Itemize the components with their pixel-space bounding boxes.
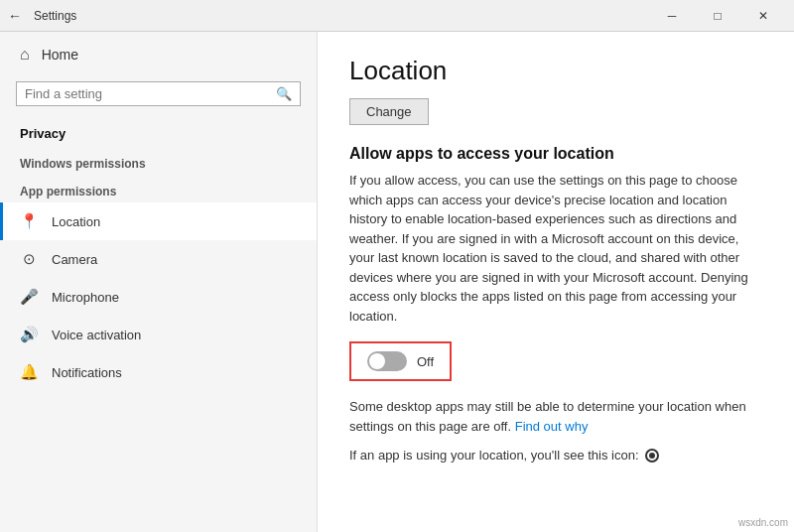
footer-icon-text: If an app is using your location, you'll…	[349, 448, 762, 463]
sidebar-item-microphone-label: Microphone	[52, 290, 119, 305]
location-icon: 📍	[20, 212, 38, 230]
page-title: Location	[349, 56, 762, 86]
maximize-button[interactable]: □	[695, 0, 740, 32]
allow-description: If you allow access, you can use the set…	[349, 171, 762, 326]
windows-permissions-label: Windows permissions	[0, 147, 317, 175]
watermark: wsxdn.com	[738, 517, 788, 528]
close-button[interactable]: ✕	[740, 0, 786, 32]
sidebar-item-camera[interactable]: ⊙ Camera	[0, 240, 317, 278]
toggle-label: Off	[417, 354, 434, 369]
sidebar-item-location-label: Location	[52, 214, 100, 229]
app-permissions-label: App permissions	[0, 175, 317, 202]
location-dot-inner	[649, 453, 655, 459]
sidebar-item-voice-activation[interactable]: 🔊 Voice activation	[0, 316, 317, 353]
location-toggle[interactable]	[367, 351, 407, 371]
microphone-icon: 🎤	[20, 288, 38, 306]
voice-activation-icon: 🔊	[20, 326, 38, 343]
minimize-button[interactable]: ─	[649, 0, 695, 32]
search-input[interactable]	[25, 86, 270, 101]
privacy-section-title: Privacy	[0, 118, 317, 147]
search-box: 🔍	[16, 81, 301, 106]
sidebar-item-microphone[interactable]: 🎤 Microphone	[0, 278, 317, 316]
notifications-icon: 🔔	[20, 363, 38, 381]
toggle-thumb	[369, 353, 385, 369]
sidebar-item-voice-activation-label: Voice activation	[52, 328, 141, 342]
location-toggle-area: Off	[349, 341, 452, 381]
titlebar-controls: ─ □ ✕	[649, 0, 786, 32]
change-button[interactable]: Change	[349, 98, 429, 125]
sidebar-item-location[interactable]: 📍 Location	[0, 202, 317, 240]
sidebar-item-notifications[interactable]: 🔔 Notifications	[0, 353, 317, 391]
sidebar-item-notifications-label: Notifications	[52, 365, 122, 380]
find-out-why-link[interactable]: Find out why	[515, 419, 589, 434]
sidebar-item-home[interactable]: ⌂ Home	[0, 32, 317, 77]
camera-icon: ⊙	[20, 250, 38, 268]
search-icon: 🔍	[276, 86, 292, 101]
titlebar-title: Settings	[34, 9, 649, 23]
footer-text-1: Some desktop apps may still be able to d…	[349, 397, 762, 436]
footer-text-2-content: If an app is using your location, you'll…	[349, 448, 639, 463]
app-body: ⌂ Home 🔍 Privacy Windows permissions App…	[0, 32, 794, 532]
sidebar-home-label: Home	[42, 47, 78, 63]
sidebar-item-camera-label: Camera	[52, 252, 97, 267]
content-area: Location Change Allow apps to access you…	[318, 32, 794, 532]
allow-heading: Allow apps to access your location	[349, 145, 762, 163]
back-button[interactable]: ←	[8, 8, 22, 24]
location-dot-icon	[645, 449, 659, 463]
titlebar: ← Settings ─ □ ✕	[0, 0, 794, 32]
sidebar: ⌂ Home 🔍 Privacy Windows permissions App…	[0, 32, 318, 532]
home-icon: ⌂	[20, 46, 30, 64]
